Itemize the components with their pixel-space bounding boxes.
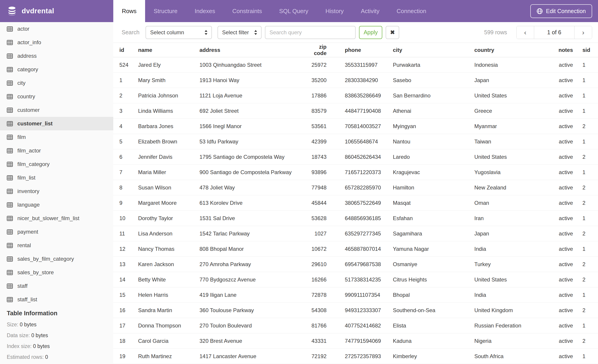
cell-country[interactable]: United States [474,149,558,165]
sidebar-item-sales-by-store[interactable]: sales_by_store [0,266,113,279]
table-row[interactable]: 12Nancy Thomas808 Bhopal Manor1067246588… [113,241,598,257]
cell-phone[interactable]: 407752414682 [326,318,393,333]
cell-address[interactable]: 320 Brest Avenue [199,333,311,349]
cell-address[interactable]: 1542 Tarlac Parkway [199,226,311,241]
cell-address[interactable]: 1003 Qinhuangdao Street [199,57,311,73]
sidebar-item-payment[interactable]: payment [0,225,113,239]
cell-name[interactable]: Lisa Anderson [138,226,199,241]
cell-city[interactable]: Myingyan [393,119,474,134]
cell-country[interactable]: Myanmar [474,119,558,134]
table-row[interactable]: 10Dorothy Taylor1531 Sal Drive5362864885… [113,211,598,226]
table-row[interactable]: 6Jennifer Davis1795 Santiago de Composte… [113,149,598,165]
cell-id[interactable]: 524 [113,57,138,73]
cell-sid[interactable]: 2 [573,333,598,349]
cell-zip-code[interactable]: 72878 [311,287,326,303]
table-row[interactable]: 4Barbara Jones1566 Inegl Manor5356170581… [113,119,598,134]
sidebar-item-country[interactable]: country [0,90,113,103]
cell-address[interactable]: 270 Toulon Boulevard [199,318,311,333]
cell-id[interactable]: 10 [113,211,138,226]
sidebar-item-category[interactable]: category [0,63,113,76]
table-row[interactable]: 7Maria Miller900 Santiago de Compostela … [113,165,598,180]
sidebar-item-film[interactable]: film [0,130,113,144]
table-row[interactable]: 8Susan Wilson478 Joliet Way7794865728228… [113,180,598,195]
cell-id[interactable]: 15 [113,287,138,303]
cell-notes[interactable]: active [558,88,573,103]
cell-address[interactable]: 53 Idfu Parkway [199,134,311,149]
cell-address[interactable]: 1913 Hanoi Way [199,73,311,88]
cell-zip-code[interactable]: 35200 [311,73,326,88]
sidebar-item-staff-list[interactable]: staff_list [0,293,113,306]
cell-sid[interactable]: 1 [573,73,598,88]
cell-notes[interactable]: active [558,303,573,318]
cell-id[interactable]: 7 [113,165,138,180]
cell-name[interactable]: Dorothy Taylor [138,211,199,226]
sidebar-item-customer-list[interactable]: customer_list [0,117,113,130]
cell-country[interactable]: New Zealand [474,180,558,195]
cell-name[interactable]: Patricia Johnson [138,88,199,103]
cell-address[interactable]: 692 Joliet Street [199,103,311,119]
cell-city[interactable]: Laredo [393,149,474,165]
cell-id[interactable]: 11 [113,226,138,241]
sidebar-item-address[interactable]: address [0,49,113,63]
cell-country[interactable]: United States [474,272,558,287]
clear-search-button[interactable]: ✖ [386,26,399,39]
cell-zip-code[interactable]: 25972 [311,57,326,73]
cell-name[interactable]: Maria Miller [138,165,199,180]
cell-phone[interactable]: 990911107354 [326,287,393,303]
cell-sid[interactable]: 2 [573,226,598,241]
cell-address[interactable]: 1795 Santiago de Compostela Way [199,149,311,165]
cell-name[interactable]: Mary Smith [138,73,199,88]
cell-city[interactable]: Bhopal [393,287,474,303]
cell-notes[interactable]: active [558,57,573,73]
cell-phone[interactable]: 648856936185 [326,211,393,226]
cell-phone[interactable]: 448477190408 [326,103,393,119]
next-page-button[interactable]: › [574,26,592,39]
cell-id[interactable]: 13 [113,257,138,272]
cell-zip-code[interactable]: 54308 [311,303,326,318]
cell-sid[interactable]: 2 [573,119,598,134]
sidebar-item-nicer-but-slower-film-list[interactable]: nicer_but_slower_film_list [0,211,113,225]
tab-history[interactable]: History [317,0,352,22]
cell-id[interactable]: 2 [113,88,138,103]
cell-address[interactable]: 1417 Lancaster Avenue [199,349,311,364]
sidebar-item-film-actor[interactable]: film_actor [0,144,113,157]
cell-phone[interactable]: 28303384290 [326,73,393,88]
table-row[interactable]: 18Carol Garcia320 Brest Avenue4333174779… [113,333,598,349]
cell-phone[interactable]: 716571220373 [326,165,393,180]
cell-address[interactable]: 1566 Inegl Manor [199,119,311,134]
cell-city[interactable]: Citrus Heights [393,272,474,287]
cell-id[interactable]: 14 [113,272,138,287]
cell-phone[interactable]: 635297277345 [326,226,393,241]
filter-select[interactable]: Select filter [217,26,262,39]
cell-sid[interactable]: 2 [573,272,598,287]
cell-sid[interactable]: 1 [573,287,598,303]
cell-notes[interactable]: active [558,226,573,241]
cell-country[interactable]: South Africa [474,349,558,364]
cell-notes[interactable]: active [558,119,573,134]
cell-phone[interactable]: 517338314235 [326,272,393,287]
cell-id[interactable]: 9 [113,195,138,211]
cell-notes[interactable]: active [558,165,573,180]
table-row[interactable]: 5Elizabeth Brown53 Idfu Parkway423991065… [113,134,598,149]
cell-notes[interactable]: active [558,257,573,272]
sidebar-item-customer[interactable]: customer [0,103,113,117]
cell-zip-code[interactable]: 53561 [311,119,326,134]
cell-name[interactable]: Margaret Moore [138,195,199,211]
cell-name[interactable]: Ruth Martinez [138,349,199,364]
cell-id[interactable]: 18 [113,333,138,349]
table-row[interactable]: 2Patricia Johnson1121 Loja Avenue1788683… [113,88,598,103]
cell-id[interactable]: 4 [113,119,138,134]
cell-phone[interactable]: 657282285970 [326,180,393,195]
cell-city[interactable]: Hamilton [393,180,474,195]
cell-notes[interactable]: active [558,287,573,303]
table-row[interactable]: 14Betty White770 Bydgoszcz Avenue1626651… [113,272,598,287]
cell-name[interactable]: Karen Jackson [138,257,199,272]
cell-city[interactable]: Masqat [393,195,474,211]
cell-sid[interactable]: 1 [573,318,598,333]
cell-city[interactable]: Sagamihara [393,226,474,241]
cell-sid[interactable]: 1 [573,241,598,257]
cell-sid[interactable]: 2 [573,303,598,318]
table-row[interactable]: 9Margaret Moore613 Korolev Drive45844380… [113,195,598,211]
cell-zip-code[interactable]: 83579 [311,103,326,119]
sidebar-item-city[interactable]: city [0,76,113,90]
